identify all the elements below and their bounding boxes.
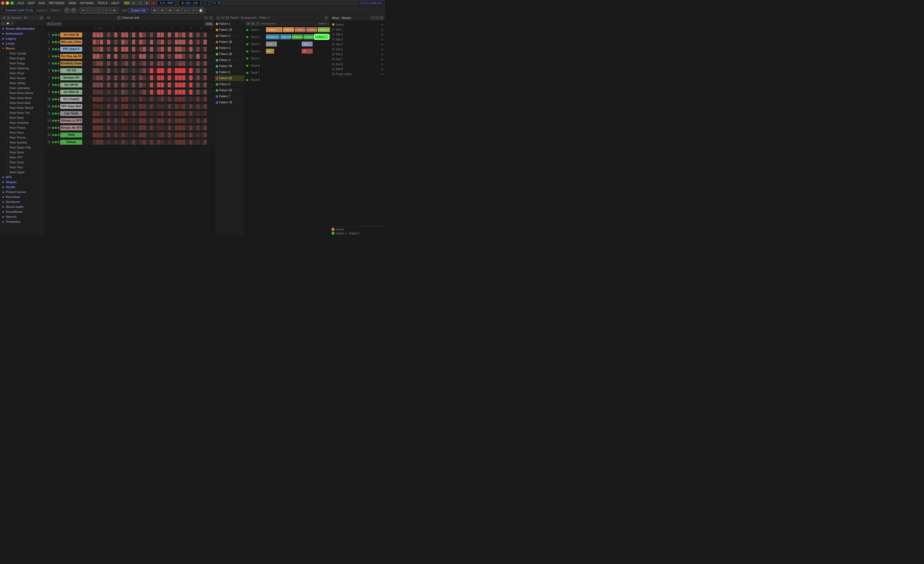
pattern-cell[interactable] bbox=[96, 90, 99, 94]
sidebar-item-vocals[interactable]: ▶Vocals bbox=[0, 184, 45, 189]
channel-active-led[interactable] bbox=[52, 77, 54, 79]
pattern-cell[interactable] bbox=[114, 47, 117, 52]
pattern-cell[interactable] bbox=[100, 82, 103, 87]
channel-name-button[interactable]: Stomper CH bbox=[60, 75, 82, 80]
pattern-cell[interactable] bbox=[96, 111, 99, 116]
sidebar-item-riser-zipper[interactable]: ♪Riser Zipper bbox=[0, 170, 45, 175]
pattern-block[interactable]: x R... bbox=[266, 49, 274, 54]
pattern-cell[interactable] bbox=[139, 40, 142, 45]
bpm-display[interactable]: 123.000 bbox=[157, 0, 175, 6]
pattern-cell[interactable] bbox=[196, 140, 200, 145]
pattern-cell[interactable] bbox=[189, 68, 192, 73]
pattern-cell[interactable] bbox=[121, 125, 124, 130]
pattern-cell[interactable] bbox=[104, 33, 107, 38]
pattern-cell[interactable] bbox=[182, 125, 185, 130]
pattern-cell[interactable] bbox=[96, 132, 99, 138]
pattern-cell[interactable] bbox=[168, 97, 171, 102]
pattern-cell[interactable] bbox=[118, 104, 121, 109]
pattern-cell[interactable] bbox=[178, 61, 182, 66]
pattern-cell[interactable] bbox=[100, 68, 103, 73]
channel-name-button[interactable]: FPC Glass Bell bbox=[60, 104, 82, 109]
sidebar-item-riser-noise-glitchy[interactable]: ♪Riser Noise Glitchy bbox=[0, 90, 45, 95]
pattern-cell[interactable] bbox=[136, 104, 139, 109]
mixer-close-btn[interactable]: ✕ bbox=[380, 16, 383, 20]
pattern-cell[interactable] bbox=[143, 125, 146, 130]
pattern-cell[interactable] bbox=[168, 54, 171, 59]
pattern-cell[interactable] bbox=[121, 75, 124, 80]
pattern-cell[interactable] bbox=[160, 68, 164, 73]
channel-solo-led[interactable] bbox=[57, 134, 60, 136]
pattern-cell[interactable] bbox=[118, 125, 121, 130]
channel-rack-menu-btn[interactable]: ≡ bbox=[204, 16, 208, 20]
pattern-cell[interactable] bbox=[150, 97, 153, 102]
pattern-cell[interactable] bbox=[107, 132, 110, 138]
pattern-cell[interactable] bbox=[114, 111, 117, 116]
sidebar-item-riser-noise-multi[interactable]: ♪Riser Noise Multi bbox=[0, 100, 45, 105]
pattern-cell[interactable] bbox=[196, 90, 200, 94]
arr-zoom-in-btn[interactable]: + bbox=[256, 22, 260, 26]
pattern-cell[interactable] bbox=[121, 118, 124, 123]
pattern-cell[interactable] bbox=[139, 104, 142, 109]
pattern-cell[interactable] bbox=[125, 132, 128, 138]
pattern-cell[interactable] bbox=[164, 68, 168, 73]
pattern-item-13[interactable]: Pattern 7B bbox=[215, 99, 245, 106]
channel-active-led[interactable] bbox=[52, 55, 54, 57]
pattern-cell[interactable] bbox=[164, 140, 168, 145]
pattern-cell[interactable] bbox=[168, 33, 171, 38]
edit-btn-1[interactable]: ⊞ bbox=[151, 7, 158, 14]
sidebar-item-riser-sinefeld[interactable]: ♪Riser Sinefeld bbox=[0, 140, 45, 145]
pattern-block[interactable]: x Patt... bbox=[329, 34, 330, 39]
pattern-cell[interactable] bbox=[164, 82, 168, 87]
step-count[interactable]: Wide bbox=[205, 22, 213, 26]
pattern-cell[interactable] bbox=[143, 47, 146, 52]
pattern-cell[interactable] bbox=[182, 75, 185, 80]
channel-mute-led[interactable] bbox=[55, 62, 57, 64]
channel-name-button[interactable]: Grv Cowbell bbox=[60, 97, 82, 102]
pattern-cell[interactable] bbox=[104, 82, 107, 87]
playlist-close-btn[interactable]: ✕ bbox=[324, 16, 328, 20]
pattern-cell[interactable] bbox=[189, 90, 192, 94]
pattern-cell[interactable] bbox=[118, 140, 121, 145]
master-volume-knob[interactable] bbox=[70, 8, 77, 14]
pattern-cell[interactable] bbox=[182, 40, 185, 45]
pattern-cell[interactable] bbox=[125, 68, 128, 73]
channel-solo-led[interactable] bbox=[57, 70, 60, 72]
pattern-cell[interactable] bbox=[153, 33, 157, 38]
pattern-cell[interactable] bbox=[204, 82, 207, 87]
pattern-cell[interactable] bbox=[111, 75, 114, 80]
channel-active-led[interactable] bbox=[52, 62, 54, 64]
sidebar-item-riser-overdrive[interactable]: ♪Riser Overdrive bbox=[0, 120, 45, 125]
pattern-cell[interactable] bbox=[171, 125, 175, 130]
pattern-cell[interactable] bbox=[107, 111, 110, 116]
pattern-cell[interactable] bbox=[182, 111, 185, 116]
pattern-cell[interactable] bbox=[93, 47, 96, 52]
menu-options[interactable]: OPTIONS bbox=[78, 1, 95, 5]
pattern-cell[interactable] bbox=[143, 97, 146, 102]
pattern-cell[interactable] bbox=[157, 132, 160, 138]
menu-tools[interactable]: TOOLS bbox=[96, 1, 109, 5]
mixer-minimize-btn[interactable]: − bbox=[371, 16, 375, 20]
pattern-cell[interactable] bbox=[204, 90, 207, 94]
pattern-cell[interactable] bbox=[164, 132, 168, 138]
pattern-cell[interactable] bbox=[132, 61, 135, 66]
pattern-cell[interactable] bbox=[168, 40, 171, 45]
pattern-cell[interactable] bbox=[150, 104, 153, 109]
pattern-cell[interactable] bbox=[114, 68, 117, 73]
channel-active-led[interactable] bbox=[52, 41, 54, 43]
mixer-slot-8[interactable]: Slot 8▶ bbox=[332, 62, 384, 66]
pattern-cell[interactable] bbox=[93, 97, 96, 102]
pattern-cell[interactable] bbox=[114, 75, 117, 80]
sidebar-item-riser-phazor[interactable]: ♪Riser Phazor bbox=[0, 125, 45, 130]
pattern-cell[interactable] bbox=[128, 104, 132, 109]
pattern-cell[interactable] bbox=[200, 90, 203, 94]
pattern-cell[interactable] bbox=[114, 140, 117, 145]
pattern-item-8[interactable]: Pattern 5 bbox=[215, 69, 245, 75]
pattern-cell[interactable] bbox=[178, 118, 182, 123]
pattern-cell[interactable] bbox=[118, 132, 121, 138]
edit-btn-5[interactable]: ↙ bbox=[182, 7, 189, 14]
pattern-cell[interactable] bbox=[114, 82, 117, 87]
pattern-cell[interactable] bbox=[175, 47, 178, 52]
pattern-cell[interactable] bbox=[189, 125, 192, 130]
cr-rec-btn[interactable]: ⚫ bbox=[54, 22, 58, 26]
pattern-cell[interactable] bbox=[139, 111, 142, 116]
